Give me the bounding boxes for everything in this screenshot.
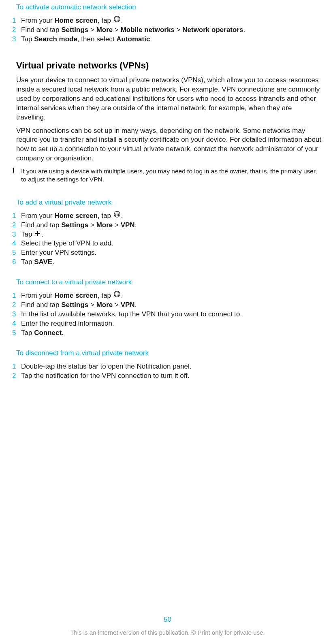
para-vpn-2: VPN connections can be set up in many wa…	[16, 126, 323, 164]
svg-point-29	[115, 295, 116, 296]
step-list-3: 1From your Home screen, tap .2Find and t…	[12, 291, 323, 338]
step-number: 2	[12, 221, 21, 230]
important-icon: !	[12, 167, 21, 183]
para-vpn-1: Use your device to connect to virtual pr…	[16, 76, 323, 122]
step-text: Enter your VPN settings.	[21, 248, 323, 258]
svg-point-19	[118, 215, 119, 216]
svg-rect-21	[35, 233, 40, 234]
step-number: 2	[12, 301, 21, 310]
apps-grid-icon	[114, 16, 120, 26]
step-number: 5	[12, 248, 21, 258]
step-item: 1From your Home screen, tap .	[12, 16, 323, 26]
plus-icon	[35, 230, 41, 239]
bold-term: Search mode	[34, 35, 77, 43]
bold-term: Automatic	[116, 35, 150, 43]
step-item: 5Enter your VPN settings.	[12, 248, 323, 258]
bold-term: Settings	[61, 301, 88, 309]
step-number: 1	[12, 362, 21, 371]
svg-point-18	[117, 215, 117, 216]
page-number: 50	[0, 616, 335, 624]
section-title-add-vpn: To add a virtual private network	[16, 198, 323, 207]
bold-term: Home screen	[54, 17, 98, 24]
step-text: Tap Search mode, then select Automatic.	[21, 35, 323, 44]
bold-term: Mobile networks	[121, 26, 175, 34]
svg-point-9	[118, 20, 119, 21]
step-number: 5	[12, 328, 21, 338]
section-title-connect-vpn: To connect to a virtual private network	[16, 278, 323, 286]
svg-point-13	[118, 213, 119, 213]
step-text: Select the type of VPN to add.	[21, 239, 323, 248]
note-row: ! If you are using a device with multipl…	[12, 167, 323, 183]
svg-point-24	[117, 292, 117, 293]
svg-point-25	[118, 292, 119, 293]
svg-point-12	[117, 213, 117, 213]
step-text: Find and tap Settings > More > VPN.	[21, 221, 323, 230]
step-item: 2Find and tap Settings > More > Mobile n…	[12, 26, 323, 35]
step-text: Find and tap Settings > More > VPN.	[21, 301, 323, 310]
page-content: To activate automatic network selection …	[12, 0, 323, 381]
bold-term: More	[96, 26, 113, 34]
step-text: From your Home screen, tap .	[21, 291, 323, 301]
step-item: 3In the list of available networks, tap …	[12, 310, 323, 319]
svg-point-4	[115, 19, 116, 19]
step-number: 4	[12, 319, 21, 328]
bold-term: Connect	[34, 329, 62, 337]
step-number: 1	[12, 291, 21, 301]
step-list-4: 1Double-tap the status bar to open the N…	[12, 362, 323, 381]
bold-term: Network operators	[182, 26, 243, 34]
bold-term: VPN	[121, 301, 135, 309]
svg-point-23	[115, 292, 116, 293]
step-text: Enter the required information.	[21, 319, 323, 328]
svg-point-11	[115, 213, 116, 213]
step-item: 4Select the type of VPN to add.	[12, 239, 323, 248]
svg-point-5	[117, 19, 117, 19]
svg-point-1	[115, 17, 116, 18]
step-number: 2	[12, 371, 21, 381]
svg-point-30	[117, 295, 117, 296]
step-list-1: 1From your Home screen, tap .2Find and t…	[12, 16, 323, 44]
step-number: 1	[12, 16, 21, 26]
svg-point-6	[118, 19, 119, 19]
svg-point-27	[117, 294, 117, 294]
bold-term: Settings	[61, 26, 88, 34]
bold-term: Settings	[61, 221, 88, 229]
step-item: 1From your Home screen, tap .	[12, 291, 323, 301]
step-number: 1	[12, 211, 21, 221]
svg-point-7	[115, 20, 116, 21]
step-list-2: 1From your Home screen, tap .2Find and t…	[12, 211, 323, 267]
svg-point-16	[118, 214, 119, 215]
step-item: 6Tap SAVE.	[12, 258, 323, 267]
bold-term: More	[96, 221, 113, 229]
step-number: 6	[12, 258, 21, 267]
step-text: From your Home screen, tap .	[21, 16, 323, 26]
step-item: 5Tap Connect.	[12, 328, 323, 338]
bold-term: VPN	[121, 221, 135, 229]
bold-term: SAVE	[34, 258, 52, 266]
step-number: 3	[12, 230, 21, 239]
step-text: Tap Connect.	[21, 328, 323, 338]
step-item: 3Tap Search mode, then select Automatic.	[12, 35, 323, 44]
section-title-disconnect-vpn: To disconnect from a virtual private net…	[16, 349, 323, 357]
step-text: Double-tap the status bar to open the No…	[21, 362, 323, 371]
svg-point-2	[117, 17, 117, 18]
step-item: 2Find and tap Settings > More > VPN.	[12, 221, 323, 230]
step-item: 1From your Home screen, tap .	[12, 211, 323, 221]
step-item: 1Double-tap the status bar to open the N…	[12, 362, 323, 371]
step-item: 2Tap the notification for the VPN connec…	[12, 371, 323, 381]
step-number: 3	[12, 35, 21, 44]
step-text: Tap the notification for the VPN connect…	[21, 371, 323, 381]
heading-vpn: Virtual private networks (VPNs)	[16, 60, 323, 71]
apps-grid-icon	[114, 291, 120, 301]
step-number: 3	[12, 310, 21, 319]
svg-point-3	[118, 17, 119, 18]
step-item: 3Tap .	[12, 230, 323, 239]
apps-grid-icon	[114, 211, 120, 221]
svg-point-17	[115, 215, 116, 216]
step-number: 4	[12, 239, 21, 248]
bold-term: Home screen	[54, 292, 98, 299]
step-text: From your Home screen, tap .	[21, 211, 323, 221]
svg-point-28	[118, 294, 119, 294]
svg-point-8	[117, 20, 117, 21]
footer-text: This is an internet version of this publ…	[0, 629, 335, 636]
section-title-activate-auto: To activate automatic network selection	[16, 3, 323, 11]
